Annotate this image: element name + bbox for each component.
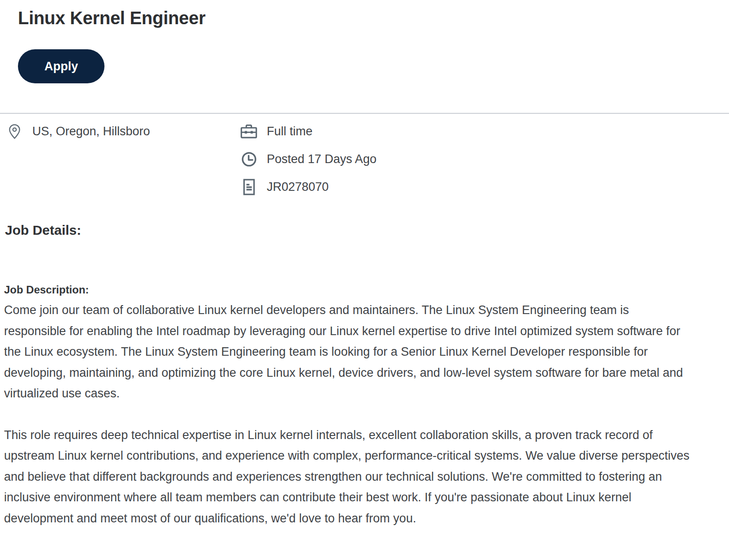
- page-title: Linux Kernel Engineer: [18, 8, 729, 28]
- job-details-heading: Job Details:: [5, 222, 729, 238]
- requisition-id-text: JR0278070: [267, 180, 329, 194]
- document-icon: [240, 178, 258, 196]
- job-header: Linux Kernel Engineer Apply: [0, 0, 729, 83]
- section-divider: [0, 113, 729, 114]
- employment-type-text: Full time: [267, 125, 312, 138]
- job-meta-column-right: Full time Posted 17 Days Ago JR0278070: [232, 117, 729, 201]
- requisition-id-item: JR0278070: [240, 173, 729, 201]
- employment-type-item: Full time: [240, 117, 729, 145]
- job-description-paragraph-1: Come join our team of collaborative Linu…: [4, 300, 693, 404]
- job-details-section: Job Details: Job Description: Come join …: [0, 222, 729, 529]
- apply-button-label: Apply: [44, 60, 78, 73]
- location-pin-icon: [5, 124, 23, 139]
- job-location-text: US, Oregon, Hillsboro: [32, 125, 150, 138]
- job-location-item: US, Oregon, Hillsboro: [5, 117, 232, 145]
- clock-icon: [240, 151, 258, 168]
- apply-button[interactable]: Apply: [18, 49, 104, 83]
- posted-date-text: Posted 17 Days Ago: [267, 152, 377, 166]
- posted-date-item: Posted 17 Days Ago: [240, 145, 729, 173]
- briefcase-icon: [240, 124, 258, 139]
- job-meta-section: US, Oregon, Hillsboro Full time: [0, 117, 729, 201]
- job-description-paragraph-2: This role requires deep technical expert…: [4, 425, 693, 529]
- job-meta-column-left: US, Oregon, Hillsboro: [0, 117, 232, 201]
- job-description-label: Job Description:: [4, 284, 729, 296]
